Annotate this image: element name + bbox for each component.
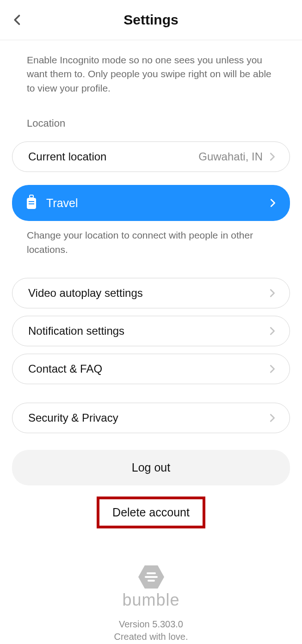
location-section-label: Location — [12, 95, 290, 136]
notification-settings-label: Notification settings — [28, 325, 124, 337]
svg-rect-1 — [30, 195, 33, 198]
chevron-right-icon — [268, 198, 278, 208]
tagline-text: Created with love. — [12, 632, 290, 642]
current-location-label: Current location — [28, 150, 106, 163]
chevron-right-icon — [267, 152, 277, 162]
version-text: Version 5.303.0 — [12, 619, 290, 630]
contact-faq-row[interactable]: Contact & FAQ — [12, 354, 290, 384]
luggage-icon — [25, 194, 38, 212]
current-location-row[interactable]: Current location Guwahati, IN — [12, 141, 290, 172]
contact-faq-label: Contact & FAQ — [28, 362, 102, 375]
chevron-left-icon — [11, 13, 24, 26]
current-location-value: Guwahati, IN — [198, 150, 263, 163]
travel-label: Travel — [46, 196, 78, 210]
chevron-right-icon — [267, 364, 277, 374]
video-autoplay-label: Video autoplay settings — [28, 287, 143, 300]
bumble-logo-icon — [138, 565, 164, 589]
notification-settings-row[interactable]: Notification settings — [12, 316, 290, 346]
logout-button[interactable]: Log out — [12, 450, 290, 485]
incognito-hint: Enable Incognito mode so no one sees you… — [12, 40, 290, 95]
delete-account-button[interactable]: Delete account — [97, 497, 205, 528]
chevron-right-icon — [267, 326, 277, 336]
back-button[interactable] — [11, 0, 24, 40]
travel-hint: Change your location to connect with peo… — [12, 221, 290, 257]
chevron-right-icon — [267, 413, 277, 423]
footer: bumble Version 5.303.0 Created with love… — [12, 565, 290, 642]
chevron-right-icon — [267, 288, 277, 298]
delete-account-label: Delete account — [112, 506, 190, 519]
nav-header: Settings — [0, 0, 302, 40]
travel-row[interactable]: Travel — [12, 185, 290, 221]
video-autoplay-row[interactable]: Video autoplay settings — [12, 278, 290, 308]
page-title: Settings — [123, 12, 178, 28]
security-privacy-row[interactable]: Security & Privacy — [12, 403, 290, 433]
brand-name: bumble — [122, 590, 179, 610]
security-privacy-label: Security & Privacy — [28, 411, 118, 424]
logout-label: Log out — [132, 461, 170, 474]
